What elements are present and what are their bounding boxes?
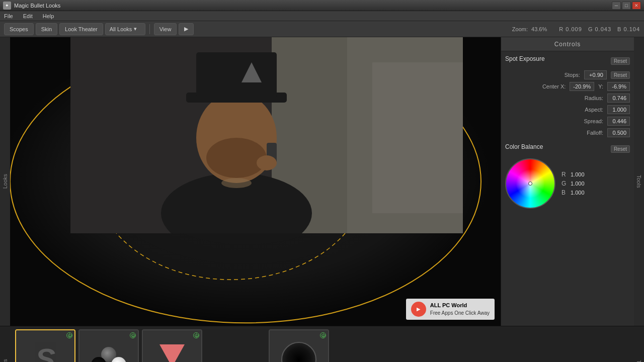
b-value: 1.000 <box>571 190 585 196</box>
b-label: B <box>561 189 568 196</box>
filter-strip: Looks ⏻ S Spot Exposure ⏻ Colorista 3-Wa… <box>0 326 644 362</box>
svg-rect-11 <box>196 52 277 98</box>
cosmo-preview <box>143 330 201 362</box>
svg-rect-17 <box>372 62 463 213</box>
toolbar: Scopes Skin Look Theater All Looks ▾ Vie… <box>0 21 644 37</box>
preview-image <box>70 37 463 233</box>
svg-point-16 <box>221 178 252 188</box>
spread-row: Spread: 0.446 <box>505 117 630 126</box>
spread-value[interactable]: 0.446 <box>607 117 630 126</box>
view-button[interactable]: View <box>154 23 177 35</box>
looks-sidebar: Looks <box>0 37 10 326</box>
color-wheel-container: R 1.000 G 1.000 B 1.000 <box>505 158 630 209</box>
main-layout: Looks <box>0 37 644 326</box>
play-button[interactable]: ▶ <box>179 23 194 35</box>
controls-body: Spot Exposure Reset Stops: +0.90 Reset C… <box>501 51 634 326</box>
watermark-logo: ▶ <box>411 302 426 317</box>
stops-row: Stops: +0.90 Reset <box>505 70 630 79</box>
separator <box>149 24 150 34</box>
stops-label: Stops: <box>565 72 580 78</box>
cosmo-power-button[interactable]: ⏻ <box>193 332 199 338</box>
radius-value[interactable]: 0.746 <box>607 94 630 103</box>
color-balance-header: Color Balance Reset <box>505 143 630 154</box>
falloff-label: Falloff: <box>587 130 603 136</box>
s-icon: S <box>35 342 55 362</box>
r-value: 1.000 <box>571 171 585 177</box>
watermark-text: ALL PC World Free Apps One Click Away <box>430 302 490 316</box>
color-balance-section: Color Balance Reset R 1.000 G 1 <box>505 143 630 209</box>
look-theater-button[interactable]: Look Theater <box>59 23 103 35</box>
b-row: B 1.000 <box>561 189 585 196</box>
rgb-info: R 0.009 G 0.043 B 0.104 <box>559 26 640 32</box>
color-wheel[interactable] <box>505 158 555 209</box>
center-x-label: Center X: <box>542 83 566 89</box>
filter-card-cosmo[interactable]: ⏻ Cosmo <box>142 329 202 362</box>
color-balance-reset-button[interactable]: Reset <box>611 145 630 153</box>
glass-triangle <box>159 344 185 363</box>
g-value: 1.000 <box>571 180 585 187</box>
falloff-row: Falloff: 0.500 <box>505 128 630 137</box>
tools-sidebar: Tools <box>634 37 644 326</box>
filter-card-colorista[interactable]: ⏻ Colorista 3-Way <box>78 329 139 362</box>
maximize-button[interactable]: □ <box>622 2 631 10</box>
colorista-power-button[interactable]: ⏻ <box>130 332 136 338</box>
radius-label: Radius: <box>585 95 603 101</box>
controls-header: Controls <box>501 37 634 51</box>
stops-reset-button[interactable]: Reset <box>611 71 630 79</box>
color-wheel-dot[interactable] <box>528 182 532 186</box>
rgb-values: R 1.000 G 1.000 B 1.000 <box>561 171 585 196</box>
radius-row: Radius: 0.746 <box>505 94 630 103</box>
all-looks-dropdown[interactable]: All Looks ▾ <box>105 23 145 35</box>
lens-icon <box>281 342 316 363</box>
filter-card-lens-distortion[interactable]: ⏻ Lens Distortion <box>269 329 329 362</box>
menu-edit[interactable]: Edit <box>21 13 35 19</box>
minimize-button[interactable]: ─ <box>612 2 621 10</box>
dropdown-arrow-icon: ▾ <box>134 26 137 32</box>
lens-distortion-power-button[interactable]: ⏻ <box>320 332 326 338</box>
spot-exposure-power-button[interactable]: ⏻ <box>66 332 72 338</box>
skin-button[interactable]: Skin <box>36 23 57 35</box>
lens-distortion-preview <box>270 330 328 362</box>
filter-card-spot-exposure[interactable]: ⏻ S Spot Exposure <box>15 329 75 362</box>
window-title: Magic Bullet Looks <box>14 3 60 9</box>
spot-exposure-reset-button[interactable]: Reset <box>611 57 630 65</box>
color-balance-label: Color Balance <box>505 143 543 150</box>
r-row: R 1.000 <box>561 171 585 178</box>
window-controls: ─ □ ✕ <box>612 2 641 10</box>
aspect-row: Aspect: 1.000 <box>505 105 630 114</box>
aspect-value[interactable]: 1.000 <box>607 105 630 114</box>
looks-label: Looks <box>2 359 8 362</box>
spot-exposure-preview: S <box>16 330 74 362</box>
svg-point-13 <box>206 138 267 178</box>
colorista-preview <box>79 330 138 362</box>
g-row: G 1.000 <box>561 180 585 187</box>
menu-file[interactable]: File <box>2 13 15 19</box>
cosmo-icon <box>157 342 187 363</box>
menu-bar: File Edit Help <box>0 11 644 21</box>
center-row: Center X: -20.9% Y: -6.9% <box>505 82 630 91</box>
menu-help[interactable]: Help <box>41 13 56 19</box>
colorista-icon <box>89 344 129 363</box>
stops-value[interactable]: +0.90 <box>584 70 607 79</box>
section-title: Spot Exposure <box>505 55 545 62</box>
svg-point-15 <box>257 155 277 170</box>
center-x-value[interactable]: -20.9% <box>570 82 594 91</box>
tools-label: Tools <box>636 360 642 362</box>
y-label: Y: <box>598 83 603 89</box>
y-value[interactable]: -6.9% <box>607 82 630 91</box>
g-label: G <box>561 180 568 187</box>
scopes-button[interactable]: Scopes <box>4 23 34 35</box>
spread-label: Spread: <box>584 118 603 124</box>
empty-slot <box>205 329 266 362</box>
title-bar: ✦ Magic Bullet Looks ─ □ ✕ <box>0 0 644 11</box>
watermark: ▶ ALL PC World Free Apps One Click Away <box>406 299 495 320</box>
aspect-label: Aspect: <box>585 107 603 113</box>
falloff-value[interactable]: 0.500 <box>607 128 630 137</box>
controls-panel: Controls Spot Exposure Reset Stops: +0.9… <box>501 37 634 326</box>
r-label: R <box>561 171 568 178</box>
app-icon: ✦ <box>3 2 11 10</box>
preview-area[interactable]: ▶ ALL PC World Free Apps One Click Away <box>10 37 501 326</box>
zoom-info: Zoom: 43.6% <box>512 26 547 32</box>
close-button[interactable]: ✕ <box>632 2 641 10</box>
